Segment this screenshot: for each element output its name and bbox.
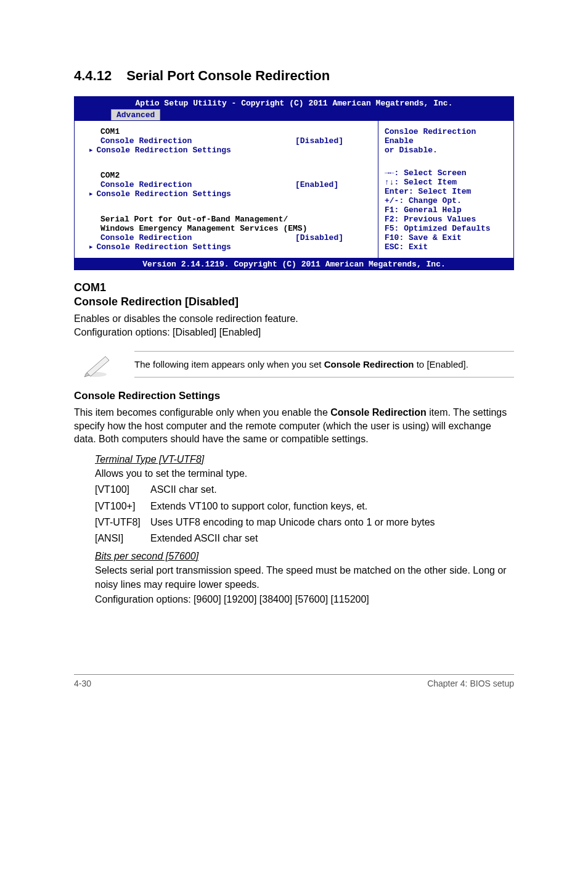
ems-settings-label: Console Redirection Settings <box>96 242 231 252</box>
bits-desc: Selects serial port transmission speed. … <box>95 563 514 592</box>
serial-oob-line1: Serial Port for Out-of-Band Management/ <box>83 215 369 224</box>
page-footer: 4-30 Chapter 4: BIOS setup <box>74 674 514 688</box>
com1-desc-2: Configuration options: [Disabled] [Enabl… <box>74 326 514 339</box>
note-text-bold: Console Redirection <box>324 359 414 369</box>
com2-console-redirection-value[interactable]: [Enabled] <box>295 180 369 189</box>
com1-settings-label: Console Redirection Settings <box>96 146 231 155</box>
note-text: The following item appears only when you… <box>134 351 514 377</box>
note-text-post: to [Enabled]. <box>414 359 468 369</box>
bios-footer: Version 2.14.1219. Copyright (C) 2011 Am… <box>74 258 514 270</box>
help-f2: F2: Previous Values <box>385 215 507 224</box>
bios-main-panel: COM1 Console Redirection [Disabled] Cons… <box>75 121 378 258</box>
com1-heading: COM1 <box>74 281 514 294</box>
page-number: 4-30 <box>74 679 91 688</box>
com1-desc-1: Enables or disables the console redirect… <box>74 312 514 326</box>
section-number: 4.4.12 <box>74 68 112 83</box>
ems-console-redirection-value[interactable]: [Disabled] <box>295 233 369 242</box>
bits-opts: Configuration options: [9600] [19200] [3… <box>95 592 514 606</box>
com1-subheading: Console Redirection [Disabled] <box>74 295 514 308</box>
ems-settings-link[interactable]: Console Redirection Settings <box>83 242 369 252</box>
note-text-pre: The following item appears only when you… <box>134 359 324 369</box>
term-type-desc: Allows you to set the terminal type. <box>95 466 514 481</box>
bios-header-title: Aptio Setup Utility - Copyright (C) 2011… <box>74 99 514 109</box>
com2-label: COM2 <box>83 171 369 180</box>
tab-advanced[interactable]: Advanced <box>111 109 160 120</box>
opt-vt100-val: ASCII char set. <box>150 482 217 497</box>
com1-settings-link[interactable]: Console Redirection Settings <box>83 146 369 155</box>
help-f10: F10: Save & Exit <box>385 233 507 242</box>
opt-vtutf8-val: Uses UTF8 encoding to map Unicode chars … <box>150 515 435 529</box>
crs-desc-pre: This item becomes configurable only when… <box>74 407 330 418</box>
com1-console-redirection-value[interactable]: [Disabled] <box>295 136 369 146</box>
help-select-item: ↑↓: Select Item <box>385 178 507 187</box>
bios-setup-window: Aptio Setup Utility - Copyright (C) 2011… <box>74 96 514 270</box>
help-f1: F1: General Help <box>385 205 507 215</box>
opt-vt100p-val: Extends VT100 to support color, function… <box>150 499 367 513</box>
section-title: Serial Port Console Redirection <box>126 68 330 83</box>
chapter-label: Chapter 4: BIOS setup <box>427 679 514 688</box>
crs-desc-bold: Console Redirection <box>330 407 427 418</box>
bios-header: Aptio Setup Utility - Copyright (C) 2011… <box>74 96 514 120</box>
opt-vtutf8-key: [VT-UTF8] <box>95 515 150 529</box>
help-top-1: Consloe Redirection Enable <box>385 127 507 146</box>
ems-console-redirection-label[interactable]: Console Redirection <box>100 233 295 242</box>
help-change-opt: +/-: Change Opt. <box>385 196 507 205</box>
opt-ansi-val: Extended ASCII char set <box>150 531 258 545</box>
com2-settings-label: Console Redirection Settings <box>96 189 231 199</box>
crs-desc: This item becomes configurable only when… <box>74 406 514 446</box>
help-esc: ESC: Exit <box>385 242 507 252</box>
com1-console-redirection-label[interactable]: Console Redirection <box>100 136 295 146</box>
section-heading: 4.4.12Serial Port Console Redirection <box>74 68 514 84</box>
opt-vt100p-key: [VT100+] <box>95 499 150 513</box>
com2-console-redirection-label[interactable]: Console Redirection <box>100 180 295 189</box>
help-top-2: or Disable. <box>385 146 507 155</box>
help-enter-select: Enter: Select Item <box>385 187 507 196</box>
help-f5: F5: Optimized Defaults <box>385 224 507 233</box>
bits-title: Bits per second [57600] <box>95 549 514 563</box>
pen-icon <box>80 352 115 377</box>
opt-vt100-key: [VT100] <box>95 482 150 497</box>
com2-settings-link[interactable]: Console Redirection Settings <box>83 189 369 199</box>
bios-help-panel: Consloe Redirection Enable or Disable. →… <box>378 121 513 258</box>
com1-label: COM1 <box>83 127 369 136</box>
serial-oob-line2: Windows Emergency Management Services (E… <box>83 224 369 233</box>
crs-heading: Console Redirection Settings <box>74 390 514 402</box>
help-select-screen: →←: Select Screen <box>385 168 507 178</box>
note-block: The following item appears only when you… <box>74 351 514 377</box>
term-type-title: Terminal Type [VT-UTF8] <box>95 452 514 466</box>
opt-ansi-key: [ANSI] <box>95 531 150 545</box>
